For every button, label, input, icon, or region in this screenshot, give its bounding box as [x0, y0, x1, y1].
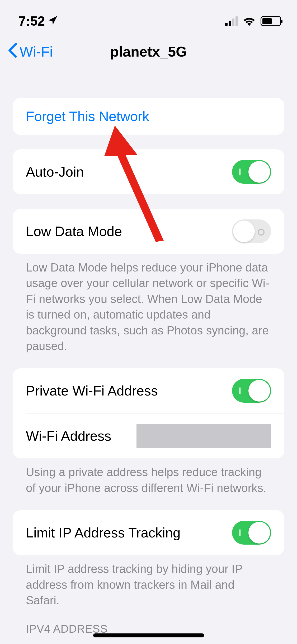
- low-data-mode-toggle[interactable]: [232, 219, 271, 243]
- auto-join-row: Auto-Join: [13, 149, 284, 194]
- private-wifi-address-row: Private Wi-Fi Address: [13, 368, 284, 413]
- limit-ip-tracking-row: Limit IP Address Tracking: [13, 510, 284, 555]
- forget-network-label: Forget This Network: [26, 108, 149, 124]
- chevron-left-icon: [8, 43, 17, 60]
- wifi-address-label: Wi-Fi Address: [26, 428, 111, 444]
- low-data-mode-label: Low Data Mode: [26, 223, 122, 239]
- page-title: planetx_5G: [110, 43, 187, 60]
- limit-ip-tracking-label: Limit IP Address Tracking: [26, 525, 181, 541]
- forget-network-button[interactable]: Forget This Network: [13, 98, 284, 135]
- status-bar: 7:52: [0, 0, 297, 34]
- back-button[interactable]: Wi-Fi: [8, 43, 53, 60]
- low-data-mode-footer: Low Data Mode helps reduce your iPhone d…: [13, 254, 284, 354]
- home-indicator[interactable]: [93, 633, 204, 637]
- battery-icon: [261, 16, 281, 26]
- wifi-address-value-redacted: [136, 424, 271, 448]
- status-right: [225, 15, 281, 27]
- cellular-signal-icon: [225, 16, 238, 26]
- status-time: 7:52: [18, 13, 45, 29]
- limit-ip-tracking-toggle[interactable]: [232, 521, 271, 545]
- auto-join-toggle[interactable]: [232, 160, 271, 184]
- low-data-mode-row: Low Data Mode: [13, 209, 284, 254]
- private-wifi-address-label: Private Wi-Fi Address: [26, 383, 158, 399]
- back-label: Wi-Fi: [20, 43, 53, 60]
- navigation-bar: Wi-Fi planetx_5G: [0, 34, 297, 69]
- limit-ip-tracking-footer: Limit IP address tracking by hiding your…: [13, 555, 284, 608]
- location-services-icon: [48, 13, 58, 29]
- status-left: 7:52: [18, 13, 58, 29]
- auto-join-label: Auto-Join: [26, 164, 84, 180]
- wifi-icon: [243, 15, 256, 27]
- private-wifi-address-toggle[interactable]: [232, 379, 271, 403]
- private-address-footer: Using a private address helps reduce tra…: [13, 458, 284, 496]
- wifi-address-row[interactable]: Wi-Fi Address: [13, 413, 284, 458]
